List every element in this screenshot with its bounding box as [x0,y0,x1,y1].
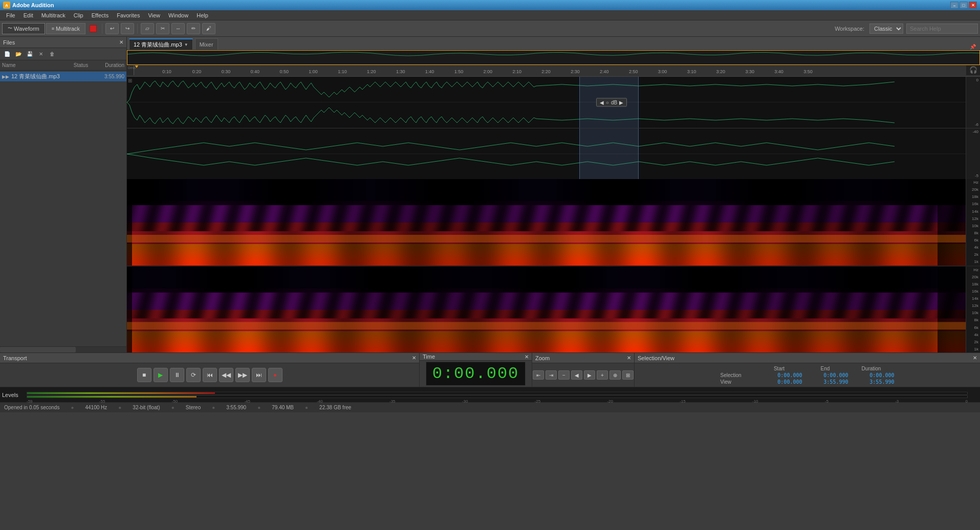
transport-panel-close[interactable]: ✕ [412,355,416,361]
save-file-button[interactable]: 💾 [25,50,35,59]
menu-effects[interactable]: Effects [88,11,113,19]
maximize-button[interactable]: □ [960,2,968,9]
files-panel-close[interactable]: ✕ [119,39,123,45]
menu-view[interactable]: View [144,11,164,19]
editor-tab-active[interactable]: 12 青菜绒仙曲.mp3 ▼ [129,38,193,50]
sel-selection-end: 0:00.000 [802,372,848,378]
app-title: Adobe Audition [12,2,54,8]
record-button[interactable]: ● [268,368,282,382]
files-horizontal-scrollbar[interactable] [0,346,126,352]
brush-tool-button[interactable]: 🖌 [202,23,215,34]
loop-button[interactable]: ⟳ [186,368,201,382]
zoom-title: Zoom [535,355,550,361]
play-button[interactable]: ▶ [154,368,168,382]
stop-button[interactable]: ■ [137,368,151,382]
zoom-sel-button[interactable]: ⊞ [622,370,634,380]
zoom-scroll-right-button[interactable]: ▶ [584,370,595,380]
level-tick--35: -35 [389,399,396,404]
menu-edit[interactable]: Edit [19,11,37,19]
transport-panel: Transport ✕ ■ ▶ ⏸ ⟳ ⏮ ◀◀ ▶▶ ⏭ ● [0,353,420,387]
zoom-in-button[interactable]: + [597,370,608,380]
menu-file[interactable]: File [2,11,19,19]
sel-end-header: End [802,366,848,371]
level-tick--50: -50 [172,399,178,404]
status-free-space: 22.38 GB free [319,405,351,410]
delete-file-button[interactable]: 🗑 [47,50,57,59]
ruler-tick-2-30: 2:30 [571,69,580,74]
rewind-start-button[interactable]: ⏮ [203,368,217,382]
levels-meter-area: -59 -55 -50 -45 -40 -35 -30 -25 -20 -15 … [27,392,978,398]
hz-label-4k: 4k [974,245,978,250]
undo-button[interactable]: ↩ [105,23,119,34]
playhead-triangle [134,65,139,68]
minimize-button[interactable]: – [950,2,959,9]
tab-dropdown-arrow[interactable]: ▼ [184,42,188,47]
status-sep-2: ● [118,405,121,410]
close-button[interactable]: ✕ [969,2,977,9]
status-sep-4: ● [212,405,215,410]
menu-multitrack[interactable]: Multitrack [37,11,70,19]
menu-window[interactable]: Window [164,11,192,19]
hz-label-ch2-12k: 12k [972,303,978,308]
zoom-controls-area: ⇤ ⇥ − ◀ ▶ + ⊕ ⊞ [532,363,634,387]
editor-tab-label: 12 青菜绒仙曲.mp3 [134,41,182,49]
db-label-minus40: -40 [972,129,978,134]
menu-favorites[interactable]: Favorites [113,11,144,19]
sel-view-duration: 3:55.990 [848,379,895,385]
headphones-icon: 🎧 [969,66,977,74]
file-name: 12 青菜绒仙曲.mp3 [11,73,94,80]
selection-view-content: Start End Duration Selection 0:00.000 0:… [635,363,980,387]
mini-waveform-overview[interactable] [127,50,980,65]
hz-label-18k: 18k [972,194,978,199]
close-file-button[interactable]: ✕ [36,50,46,59]
time-panel-close[interactable]: ✕ [525,354,529,360]
zoom-fit-button[interactable]: ⇤ [533,370,544,380]
mixer-tab[interactable]: Mixer [195,38,218,50]
time-display-area: 0:00.000 [420,361,532,387]
selection-panel-close[interactable]: ✕ [973,355,977,361]
forward-end-button[interactable]: ⏭ [252,368,266,382]
zoom-out-full-button[interactable]: ⇥ [546,370,557,380]
rewind-button[interactable]: ◀◀ [219,368,233,382]
zoom-scroll-left-button[interactable]: ◀ [571,370,582,380]
timeline-ruler[interactable]: 0ms 0:10 0:20 0:30 0:40 0:50 1:00 1:10 1… [127,65,980,77]
sel-selection-start: 0:00.000 [756,372,802,378]
ruler-tick-3-50: 3:50 [803,69,813,74]
status-sep-3: ● [171,405,175,410]
db-tooltip-value: dB [611,99,617,105]
levels-bar-r [27,396,197,398]
pencil-tool-button[interactable]: ✏ [187,23,200,34]
hz-scale-ch1: Hz 20k 18k 16k 14k 12k 10k 8k 6k 4k 2k 1… [966,179,980,266]
zoom-in-full-button[interactable]: ⊕ [609,370,621,380]
workspace-select[interactable]: Classic [869,24,903,34]
new-file-button[interactable]: 📄 [2,50,12,59]
ruler-tick-3-10: 3:10 [687,69,696,74]
zoom-out-button[interactable]: − [558,370,570,380]
headphones-button[interactable]: 🎧 [966,65,980,75]
move-tool-button[interactable]: ↔ [171,23,185,34]
file-item[interactable]: ▶▶ 12 青菜绒仙曲.mp3 3:55.990 [0,72,126,81]
search-input[interactable] [906,24,978,34]
waveform-expand-button[interactable]: ⊞ [128,78,132,83]
editor-panel-pin[interactable]: 📌 [970,44,976,50]
ruler-tick-0-30: 0:30 [222,69,231,74]
ruler-tick-1-20: 1:20 [367,69,376,74]
redo-button[interactable]: ↪ [121,23,134,34]
waveform-view-button[interactable]: 〜 Waveform [2,23,45,34]
forward-button[interactable]: ▶▶ [235,368,250,382]
menu-help[interactable]: Help [192,11,212,19]
multitrack-view-button[interactable]: ≡ Multitrack [46,23,85,34]
menu-clip[interactable]: Clip [70,11,88,19]
hz-label-16k: 16k [972,202,978,206]
pause-button[interactable]: ⏸ [170,368,184,382]
hz-label-ch2-18k: 18k [972,282,978,286]
zoom-panel-close[interactable]: ✕ [627,355,631,361]
open-file-button[interactable]: 📂 [13,50,24,59]
razor-tool-button[interactable]: ✂ [156,23,169,34]
level-tick-0: 0 [965,399,967,404]
selection-tool-button[interactable]: ▱ [141,23,154,34]
ruler-tick-3-40: 3:40 [774,69,783,74]
db-label-minus6: -6 [975,122,978,127]
file-icon: ▶▶ [2,74,9,79]
hz-label-20k: 20k [972,187,978,192]
